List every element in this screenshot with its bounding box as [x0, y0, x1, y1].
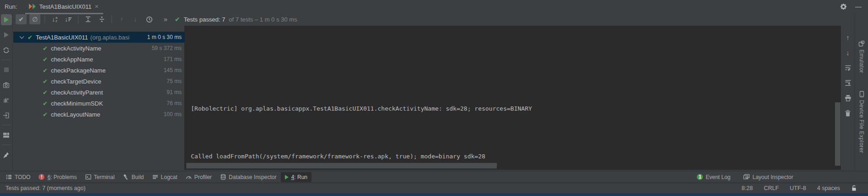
sort-alphabetically-button[interactable]: ↓az: [49, 14, 60, 24]
attach-debugger-icon[interactable]: [1, 95, 12, 106]
tool-window-button-build[interactable]: Build: [119, 172, 148, 182]
tool-window-button-run[interactable]: 4: Run: [281, 172, 312, 182]
close-icon[interactable]: ×: [95, 3, 98, 10]
print-icon[interactable]: [843, 93, 853, 103]
tool-window-button-label: Logcat: [161, 174, 178, 180]
tool-window-button-todo[interactable]: TODO: [2, 172, 34, 182]
soft-wrap-icon[interactable]: [843, 62, 853, 73]
tree-row-test[interactable]: ✔ checkActivityParent 91 ms: [13, 87, 184, 98]
clear-console-icon[interactable]: [843, 108, 853, 118]
tree-row-test[interactable]: ✔ checkPackageName 145 ms: [13, 65, 184, 76]
status-bar: Tests passed: 7 (moments ago) 8:28 CRLF …: [0, 183, 868, 193]
bottom-bar-right: 1 Event Log Layout Inspector: [693, 172, 797, 182]
database-icon: [220, 174, 226, 180]
test-passed-icon: ✔: [43, 67, 48, 74]
test-toolbar: ✔ ∅ ↓az ↓ ↑ ↓ » ✔ Tests passed: 7 of 7 t…: [13, 13, 868, 26]
tool-window-button-label: TODO: [15, 174, 30, 180]
test-duration: 100 ms: [164, 111, 182, 118]
tool-window-button-label: Database Inspector: [229, 174, 277, 180]
tool-window-button-label: Build: [132, 174, 144, 180]
toolbar-separator: [78, 15, 78, 23]
restore-layout-icon[interactable]: [1, 129, 12, 140]
test-duration: 75 ms: [167, 78, 182, 84]
test-duration: 1 m 0 s 30 ms: [147, 34, 182, 40]
expand-all-button[interactable]: [83, 14, 94, 24]
console-output: [Robolectric] org.aplas.basicappx.TestA1…: [184, 26, 841, 170]
console-log-lines: [Robolectric] org.aplas.basicappx.TestA1…: [191, 55, 841, 170]
tool-window-button-profiler[interactable]: Profiler: [182, 172, 216, 182]
test-passed-icon: ✔: [43, 111, 48, 118]
stripe-separator: [2, 125, 11, 125]
status-message[interactable]: Tests passed: 7 (moments ago): [6, 185, 85, 191]
test-method-name: checkActivityParent: [51, 89, 103, 96]
tool-window-button-problems[interactable]: ! 6: Problems: [34, 172, 81, 182]
test-duration: 171 ms: [164, 56, 182, 62]
tool-window-button-database-inspector[interactable]: Database Inspector: [216, 172, 281, 182]
hide-icon[interactable]: —: [855, 3, 862, 10]
screenshot-icon[interactable]: [1, 79, 12, 90]
console-line: Called loadFromPath(/system/framework/fr…: [191, 151, 841, 162]
encoding-widget[interactable]: UTF-8: [790, 185, 806, 191]
scroll-up-icon[interactable]: ↑: [843, 32, 853, 42]
tool-window-label: Emulator: [858, 50, 865, 73]
test-history-button[interactable]: [144, 14, 155, 24]
window-bottom-strip: [0, 193, 868, 196]
sort-by-duration-button[interactable]: ↓: [63, 14, 74, 24]
layout-inspector-label: Layout Inspector: [752, 174, 793, 180]
line-ending-widget[interactable]: CRLF: [764, 185, 779, 191]
tree-row-test[interactable]: ✔ checkAppName 171 ms: [13, 54, 184, 65]
tool-window-button-emulator[interactable]: Emulator: [855, 40, 868, 73]
test-method-name: checkLayoutName: [51, 111, 100, 118]
test-passed-icon: ✔: [43, 100, 48, 107]
test-duration: 59 s 372 ms: [152, 45, 182, 51]
run-label: Run:: [5, 3, 17, 10]
tree-row-test[interactable]: ✔ checkTargetDevice 75 ms: [13, 76, 184, 87]
tree-row-root[interactable]: ✔ TestA1BasicUIX011 (org.aplas.basi 1 m …: [13, 32, 184, 43]
tool-window-button-terminal[interactable]: Terminal: [81, 172, 119, 182]
hammer-icon: [123, 174, 129, 180]
next-occurrence-button[interactable]: ↓: [130, 14, 141, 24]
scroll-down-icon[interactable]: ↓: [843, 47, 853, 57]
stop-button[interactable]: [1, 64, 12, 75]
show-ignored-button[interactable]: ∅: [29, 14, 40, 24]
event-log-button[interactable]: 1 Event Log: [693, 172, 734, 182]
tree-row-test[interactable]: ✔ checkLayoutName 100 ms: [13, 109, 184, 120]
logcat-icon: [152, 174, 158, 180]
tab-testa1basicuix011[interactable]: TestA1BasicUIX011 ×: [25, 0, 103, 13]
scroll-to-end-icon[interactable]: [843, 78, 853, 88]
import-test-results-icon[interactable]: [1, 110, 12, 121]
rerun-tests-button[interactable]: [1, 14, 12, 25]
run-left-stripe: [0, 13, 13, 170]
test-status-summary: ✔ Tests passed: 7 of 7 tests – 1 m 0 s 3…: [175, 16, 297, 23]
console-line: [Robolectric] org.aplas.basicappx.TestA1…: [191, 103, 841, 115]
test-passed-icon: ✔: [43, 78, 48, 85]
show-passed-button[interactable]: ✔: [16, 14, 27, 24]
right-tool-stripe: Emulator Device File Explorer: [855, 13, 868, 170]
pin-tab-icon[interactable]: [1, 149, 12, 160]
toggle-auto-test-button[interactable]: [1, 45, 12, 56]
collapse-all-button[interactable]: [96, 14, 107, 24]
test-tree-children: ✔ checkActivityName 59 s 372 ms ✔ checkA…: [13, 43, 184, 120]
chevron-down-icon[interactable]: [20, 34, 24, 39]
terminal-icon: [85, 174, 91, 180]
tool-window-bar: TODO ! 6: Problems Terminal Build Logcat…: [0, 171, 868, 183]
layout-inspector-button[interactable]: Layout Inspector: [739, 172, 797, 182]
tool-window-button-logcat[interactable]: Logcat: [148, 172, 182, 182]
indent-widget[interactable]: 4 spaces: [817, 185, 840, 191]
toolbar-separator: [111, 15, 112, 23]
console-horizontal-scrollbar[interactable]: [186, 163, 497, 168]
tool-window-button-device-file-explorer[interactable]: Device File Explorer: [855, 91, 868, 153]
unlock-icon[interactable]: [851, 185, 857, 191]
test-method-name: checkPackageName: [51, 67, 106, 74]
test-duration: 76 ms: [167, 100, 182, 106]
test-duration: 145 ms: [164, 67, 182, 73]
rerun-failed-tests-button[interactable]: [1, 29, 12, 40]
previous-occurrence-button[interactable]: ↑: [116, 14, 127, 24]
console-vertical-scrollbar[interactable]: [835, 102, 840, 166]
test-tree: ✔ TestA1BasicUIX011 (org.aplas.basi 1 m …: [13, 26, 184, 170]
gear-icon[interactable]: [840, 3, 847, 10]
tree-row-test[interactable]: ✔ checkActivityName 59 s 372 ms: [13, 43, 184, 54]
caret-position-widget[interactable]: 8:28: [742, 185, 753, 191]
more-actions-icon[interactable]: »: [164, 16, 167, 23]
tree-row-test[interactable]: ✔ checkMinimumSDK 76 ms: [13, 98, 184, 109]
